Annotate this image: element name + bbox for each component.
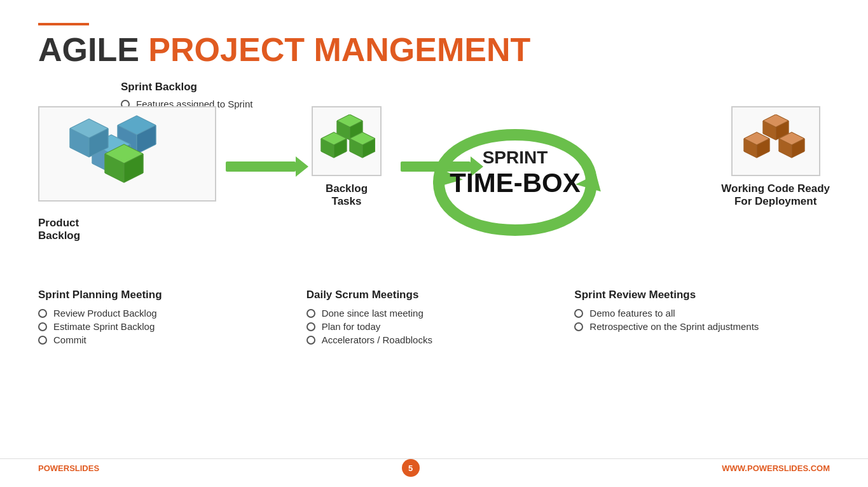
bullet-icon-sr1 [574,309,583,318]
title-project: PROJECT MANGEMENT [139,31,530,68]
product-backlog-icon [67,113,188,195]
sr-item-2: Retrospective on the Sprint adjustments [574,321,830,332]
working-code-icon [741,114,811,168]
bullet-icon-sp3 [38,336,47,345]
sprint-review-title: Sprint Review Meetings [574,289,830,301]
bullet-icon-ds1 [307,309,315,318]
bullet-icon-sp1 [38,309,47,318]
bullet-icon-ds2 [307,322,315,331]
footer-website: WWW.POWERSLIDES.COM [722,463,830,473]
svg-rect-17 [226,161,296,172]
sp-item-1: Review Product Backlog [38,308,294,319]
sprint-backlog-title: Sprint Backlog [121,81,252,93]
arrow-pb-to-bt [226,154,308,182]
daily-scrum-title: Daily Scrum Meetings [307,289,562,301]
title-agile: AGILE [38,31,139,68]
sprint-planning-title: Sprint Planning Meeting [38,289,294,301]
bullet-icon-sp2 [38,322,47,331]
working-code-box [731,106,820,176]
backlog-tasks-box [312,106,382,176]
diagram-area: Sprint Backlog Features assigned to Spri… [38,81,830,348]
sprint-planning-list: Review Product Backlog Estimate Sprint B… [38,308,294,345]
sp-item-2: Estimate Sprint Backlog [38,321,294,332]
daily-scrum-list: Done since last meeting Plan for today A… [307,308,562,345]
sp-item-3: Commit [38,334,294,345]
ds-item-1: Done since last meeting [307,308,562,319]
page: AGILE PROJECT MANGEMENT Sprint Backlog F… [0,0,868,487]
ds-item-2: Plan for today [307,321,562,332]
footer-brand: POWERSLIDES [38,463,99,473]
svg-marker-18 [296,156,308,177]
title-underline [38,23,89,25]
sprint-review-col: Sprint Review Meetings Demo features to … [574,184,830,334]
backlog-tasks-icon [318,114,375,168]
sprint-review-list: Demo features to all Retrospective on th… [574,308,830,332]
main-title: AGILE PROJECT MANGEMENT [38,32,830,68]
daily-scrum-col: Daily Scrum Meetings Done since last mee… [307,184,562,348]
ds-item-3: Accelerators / Roadblocks [307,334,562,345]
meetings-row: Sprint Planning Meeting Review Product B… [38,184,830,348]
sprint-planning-col: Sprint Planning Meeting Review Product B… [38,184,294,348]
footer: POWERSLIDES 5 WWW.POWERSLIDES.COM [0,458,868,477]
bullet-icon-sr2 [574,322,583,331]
bullet-icon-ds3 [307,336,315,345]
sr-item-1: Demo features to all [574,308,830,319]
footer-page-number: 5 [402,459,420,477]
